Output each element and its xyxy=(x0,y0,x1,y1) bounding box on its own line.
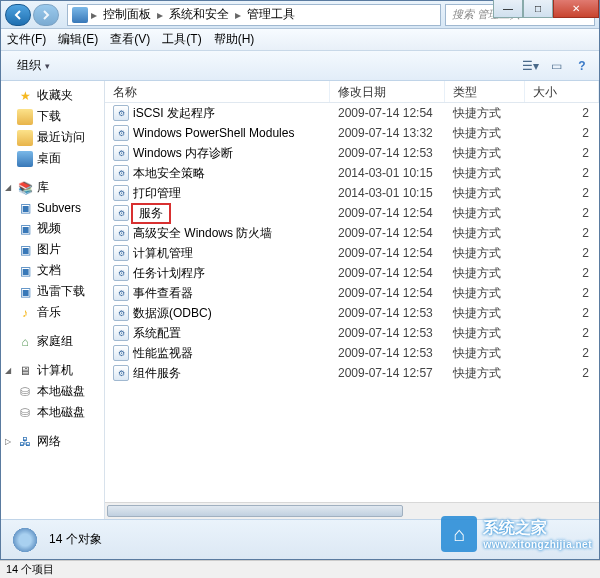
menubar: 文件(F) 编辑(E) 查看(V) 工具(T) 帮助(H) xyxy=(1,29,599,51)
sidebar-item-pictures[interactable]: ▣图片 xyxy=(1,239,104,260)
back-button[interactable] xyxy=(5,4,31,26)
status-bar: 14 个项目 xyxy=(0,560,600,578)
table-row[interactable]: ⚙数据源(ODBC)2009-07-14 12:53快捷方式2 xyxy=(105,303,599,323)
sidebar-item-downloads[interactable]: 下载 xyxy=(1,106,104,127)
file-date: 2009-07-14 13:32 xyxy=(330,126,445,140)
table-row[interactable]: ⚙Windows PowerShell Modules2009-07-14 13… xyxy=(105,123,599,143)
file-date: 2014-03-01 10:15 xyxy=(330,166,445,180)
star-icon: ★ xyxy=(17,88,33,104)
shortcut-icon: ⚙ xyxy=(113,365,129,381)
file-size: 2 xyxy=(525,126,599,140)
table-row[interactable]: ⚙任务计划程序2009-07-14 12:54快捷方式2 xyxy=(105,263,599,283)
menu-view[interactable]: 查看(V) xyxy=(110,31,150,48)
col-type[interactable]: 类型 xyxy=(445,81,525,102)
table-row[interactable]: ⚙事件查看器2009-07-14 12:54快捷方式2 xyxy=(105,283,599,303)
music-icon: ♪ xyxy=(17,305,33,321)
file-size: 2 xyxy=(525,226,599,240)
file-date: 2009-07-14 12:54 xyxy=(330,246,445,260)
file-name: iSCSI 发起程序 xyxy=(133,105,215,122)
file-name: 打印管理 xyxy=(133,185,181,202)
body: ★ 收藏夹 下载 最近访问 桌面 ◢📚 库 ▣Subvers ▣视频 ▣图片 ▣… xyxy=(1,81,599,519)
minimize-button[interactable]: — xyxy=(493,0,523,18)
table-row[interactable]: ⚙高级安全 Windows 防火墙2009-07-14 12:54快捷方式2 xyxy=(105,223,599,243)
organize-button[interactable]: 组织 xyxy=(9,55,58,76)
shortcut-icon: ⚙ xyxy=(113,145,129,161)
file-size: 2 xyxy=(525,186,599,200)
close-button[interactable]: ✕ xyxy=(553,0,599,18)
table-row[interactable]: ⚙计算机管理2009-07-14 12:54快捷方式2 xyxy=(105,243,599,263)
preview-pane-icon[interactable]: ▭ xyxy=(547,57,565,75)
file-name: 服务 xyxy=(131,203,171,224)
sidebar-item-disk[interactable]: ⛁本地磁盘 xyxy=(1,381,104,402)
file-type: 快捷方式 xyxy=(445,325,525,342)
sidebar-item-desktop[interactable]: 桌面 xyxy=(1,148,104,169)
table-row[interactable]: ⚙Windows 内存诊断2009-07-14 12:53快捷方式2 xyxy=(105,143,599,163)
file-size: 2 xyxy=(525,166,599,180)
file-name: Windows PowerShell Modules xyxy=(133,126,294,140)
shortcut-icon: ⚙ xyxy=(113,125,129,141)
menu-edit[interactable]: 编辑(E) xyxy=(58,31,98,48)
disk-icon: ⛁ xyxy=(17,405,33,421)
help-icon[interactable]: ? xyxy=(573,57,591,75)
sidebar-libraries[interactable]: ◢📚 库 xyxy=(1,177,104,198)
table-row[interactable]: ⚙iSCSI 发起程序2009-07-14 12:54快捷方式2 xyxy=(105,103,599,123)
file-date: 2009-07-14 12:54 xyxy=(330,266,445,280)
sidebar-item-recent[interactable]: 最近访问 xyxy=(1,127,104,148)
breadcrumb-segment[interactable]: 系统和安全 xyxy=(166,6,232,23)
library-icon: 📚 xyxy=(17,180,33,196)
sidebar-item-music[interactable]: ♪音乐 xyxy=(1,302,104,323)
shortcut-icon: ⚙ xyxy=(113,185,129,201)
breadcrumb[interactable]: ▸ 控制面板 ▸ 系统和安全 ▸ 管理工具 xyxy=(67,4,441,26)
col-size[interactable]: 大小 xyxy=(525,81,599,102)
file-date: 2009-07-14 12:54 xyxy=(330,226,445,240)
sidebar-favorites[interactable]: ★ 收藏夹 xyxy=(1,85,104,106)
table-row[interactable]: ⚙本地安全策略2014-03-01 10:15快捷方式2 xyxy=(105,163,599,183)
sidebar: ★ 收藏夹 下载 最近访问 桌面 ◢📚 库 ▣Subvers ▣视频 ▣图片 ▣… xyxy=(1,81,105,519)
file-size: 2 xyxy=(525,246,599,260)
menu-file[interactable]: 文件(F) xyxy=(7,31,46,48)
file-type: 快捷方式 xyxy=(445,305,525,322)
desktop-icon xyxy=(17,151,33,167)
sidebar-item-xunlei[interactable]: ▣迅雷下载 xyxy=(1,281,104,302)
sidebar-item-documents[interactable]: ▣文档 xyxy=(1,260,104,281)
maximize-button[interactable]: □ xyxy=(523,0,553,18)
disk-icon: ⛁ xyxy=(17,384,33,400)
shortcut-icon: ⚙ xyxy=(113,225,129,241)
col-name[interactable]: 名称 xyxy=(105,81,330,102)
table-row[interactable]: ⚙组件服务2009-07-14 12:57快捷方式2 xyxy=(105,363,599,383)
file-name: 计算机管理 xyxy=(133,245,193,262)
menu-tools[interactable]: 工具(T) xyxy=(162,31,201,48)
sidebar-computer[interactable]: ◢🖥 计算机 xyxy=(1,360,104,381)
picture-icon: ▣ xyxy=(17,242,33,258)
file-size: 2 xyxy=(525,206,599,220)
file-list: ⚙iSCSI 发起程序2009-07-14 12:54快捷方式2⚙Windows… xyxy=(105,103,599,502)
shortcut-icon: ⚙ xyxy=(113,205,129,221)
file-date: 2009-07-14 12:57 xyxy=(330,366,445,380)
menu-help[interactable]: 帮助(H) xyxy=(214,31,255,48)
file-name: Windows 内存诊断 xyxy=(133,145,233,162)
sidebar-item-subversion[interactable]: ▣Subvers xyxy=(1,198,104,218)
file-size: 2 xyxy=(525,146,599,160)
table-row[interactable]: ⚙打印管理2014-03-01 10:15快捷方式2 xyxy=(105,183,599,203)
titlebar: ▸ 控制面板 ▸ 系统和安全 ▸ 管理工具 搜索 管理工具 — □ ✕ xyxy=(1,1,599,29)
file-date: 2009-07-14 12:53 xyxy=(330,326,445,340)
file-size: 2 xyxy=(525,106,599,120)
sidebar-homegroup[interactable]: ⌂ 家庭组 xyxy=(1,331,104,352)
view-options-icon[interactable]: ☰▾ xyxy=(521,57,539,75)
table-row[interactable]: ⚙系统配置2009-07-14 12:53快捷方式2 xyxy=(105,323,599,343)
scrollbar-thumb[interactable] xyxy=(107,505,403,517)
shortcut-icon: ⚙ xyxy=(113,265,129,281)
forward-button[interactable] xyxy=(33,4,59,26)
table-row[interactable]: ⚙性能监视器2009-07-14 12:53快捷方式2 xyxy=(105,343,599,363)
table-row[interactable]: ⚙服务2009-07-14 12:54快捷方式2 xyxy=(105,203,599,223)
sidebar-item-videos[interactable]: ▣视频 xyxy=(1,218,104,239)
col-date[interactable]: 修改日期 xyxy=(330,81,445,102)
breadcrumb-segment[interactable]: 管理工具 xyxy=(244,6,298,23)
sidebar-network[interactable]: ▷🖧 网络 xyxy=(1,431,104,452)
folder-icon: ▣ xyxy=(17,200,33,216)
status-count: 14 个对象 xyxy=(49,531,102,548)
file-type: 快捷方式 xyxy=(445,185,525,202)
video-icon: ▣ xyxy=(17,221,33,237)
sidebar-item-disk[interactable]: ⛁本地磁盘 xyxy=(1,402,104,423)
breadcrumb-segment[interactable]: 控制面板 xyxy=(100,6,154,23)
